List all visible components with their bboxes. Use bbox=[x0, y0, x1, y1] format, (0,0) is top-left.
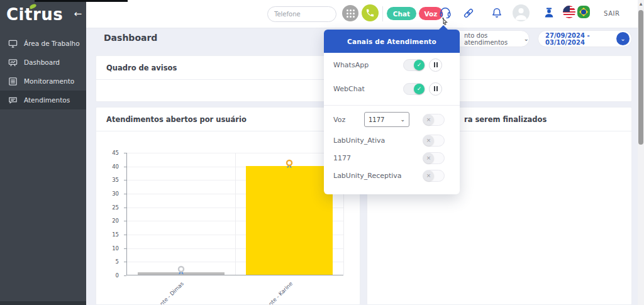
scroll-up-arrow-icon[interactable]: ▲ bbox=[638, 1, 644, 6]
check-icon: ✓ bbox=[414, 84, 425, 94]
voz-toggle[interactable]: × bbox=[423, 114, 445, 126]
channels-popup: Canais de Atendimento WhatsApp ✓ WebChat… bbox=[324, 30, 460, 194]
sidebar-collapse-arrow-icon[interactable]: ← bbox=[74, 8, 82, 19]
channel-label: WebChat bbox=[333, 85, 403, 93]
v-gridline bbox=[235, 153, 236, 275]
y-tick-label: 25 bbox=[112, 204, 119, 211]
chevron-down-icon: ⌄ bbox=[620, 35, 625, 42]
chart-y-axis: 051015202530354045 bbox=[96, 153, 126, 275]
popup-divider bbox=[324, 105, 460, 106]
x-icon: × bbox=[423, 135, 434, 146]
app-root: Citrus ← Área de Trabalho Dashboard bbox=[0, 0, 644, 305]
chevron-down-icon: ⌄ bbox=[400, 116, 405, 123]
brazil-flag-icon[interactable] bbox=[577, 6, 590, 18]
labunity-ativa-toggle[interactable]: × bbox=[423, 135, 445, 147]
queue-label: LabUnity_Receptiva bbox=[333, 172, 423, 180]
logout-button[interactable]: SAIR bbox=[604, 10, 620, 17]
open-tickets-chart-panel: Atendimentos abertos por usuário 0510152… bbox=[96, 107, 360, 305]
chart-bar bbox=[246, 166, 333, 275]
call-button[interactable] bbox=[362, 4, 379, 21]
voz-extension-select[interactable]: 1177 ⌄ bbox=[364, 112, 409, 127]
x-icon: × bbox=[423, 114, 434, 125]
y-tick-label: 5 bbox=[116, 258, 119, 265]
phone-icon bbox=[365, 8, 375, 18]
us-flag-icon[interactable] bbox=[563, 6, 575, 18]
voz-row: Voz 1177 ⌄ × bbox=[324, 108, 460, 131]
y-tick-label: 15 bbox=[112, 231, 119, 238]
sidebar-item-dashboard[interactable]: Dashboard bbox=[0, 53, 86, 72]
queue-row-labunity-receptiva: LabUnity_Receptiva × bbox=[324, 167, 460, 184]
phone-input[interactable] bbox=[267, 6, 336, 22]
whatsapp-toggle[interactable]: ✓ bbox=[403, 59, 425, 71]
dialpad-icon bbox=[347, 9, 355, 18]
sidebar: Citrus ← Área de Trabalho Dashboard bbox=[0, 0, 86, 305]
medal-icon bbox=[176, 265, 186, 277]
filter-dropdown-label: nto dos atendimentos bbox=[464, 32, 521, 46]
labunity-receptiva-toggle[interactable]: × bbox=[423, 170, 445, 182]
channel-row-whatsapp: WhatsApp ✓ bbox=[324, 53, 460, 77]
chat-bubble-icon bbox=[8, 96, 18, 105]
logo-row: Citrus ← bbox=[0, 0, 86, 30]
presentation-chart-icon bbox=[8, 58, 18, 67]
sidebar-item-label: Atendimentos bbox=[24, 96, 70, 104]
chart-x-axis-labels: Atendente - DimasAtendente - Karine bbox=[96, 275, 360, 305]
y-tick-label: 10 bbox=[112, 245, 119, 252]
date-range-picker[interactable]: 27/09/2024 - 03/10/2024 ⌄ bbox=[538, 30, 632, 47]
bell-icon[interactable] bbox=[490, 6, 504, 20]
queue-row-1177: 1177 × bbox=[324, 149, 460, 167]
header-divider bbox=[382, 6, 383, 21]
channel-label: WhatsApp bbox=[333, 61, 403, 69]
sidebar-item-label: Dashboard bbox=[24, 58, 60, 66]
channel-row-webchat: WebChat ✓ bbox=[324, 77, 460, 101]
y-tick-label: 20 bbox=[112, 218, 119, 224]
x-icon: × bbox=[423, 170, 434, 181]
x-axis-label: Atendente - Karine bbox=[231, 280, 294, 305]
sidebar-bottom-strip bbox=[0, 301, 86, 305]
citrus-logo: Citrus bbox=[6, 5, 63, 24]
sidebar-nav: Área de Trabalho Dashboard Monitoramento… bbox=[0, 34, 86, 109]
avatar[interactable] bbox=[513, 4, 530, 21]
queue-1177-toggle[interactable]: × bbox=[423, 152, 445, 164]
monitor-icon bbox=[8, 39, 18, 48]
x-axis-label: Atendente - Dimas bbox=[123, 280, 185, 305]
list-icon bbox=[8, 77, 18, 86]
x-icon: × bbox=[423, 153, 434, 164]
y-tick-label: 45 bbox=[112, 150, 119, 156]
date-range-text: 27/09/2024 - 03/10/2024 bbox=[545, 32, 616, 46]
queue-label: LabUnity_Ativa bbox=[333, 136, 423, 145]
webchat-toggle[interactable]: ✓ bbox=[403, 83, 425, 95]
popup-arrow bbox=[438, 25, 448, 30]
top-dark-strip bbox=[35, 0, 128, 2]
agent-icon[interactable] bbox=[543, 6, 555, 19]
top-header: Chat Voz SAIR bbox=[86, 0, 638, 28]
page-scrollbar[interactable]: ▲ bbox=[638, 0, 644, 305]
y-tick-label: 35 bbox=[112, 177, 119, 183]
queue-row-labunity-ativa: LabUnity_Ativa × bbox=[324, 131, 460, 149]
popup-bottom-padding bbox=[324, 184, 460, 194]
medal-icon bbox=[284, 159, 294, 170]
headset-channels-icon[interactable] bbox=[438, 6, 452, 19]
link-icon[interactable] bbox=[462, 7, 475, 19]
plot-area bbox=[126, 153, 343, 275]
sidebar-item-area-de-trabalho[interactable]: Área de Trabalho bbox=[0, 34, 86, 53]
chevron-down-icon: ⌄ bbox=[524, 35, 529, 42]
check-icon: ✓ bbox=[414, 60, 425, 70]
date-chevron-button[interactable]: ⌄ bbox=[616, 32, 630, 45]
chart-panel-title: Atendimentos abertos por usuário bbox=[96, 108, 360, 131]
sidebar-item-label: Área de Trabalho bbox=[24, 40, 80, 47]
voz-select-value: 1177 bbox=[369, 116, 400, 123]
scrollbar-thumb[interactable] bbox=[638, 10, 643, 145]
whatsapp-pause-button[interactable] bbox=[429, 58, 442, 72]
voz-label: Voz bbox=[333, 116, 364, 124]
popup-title: Canais de Atendimento bbox=[324, 30, 460, 53]
sidebar-item-monitoramento[interactable]: Monitoramento bbox=[0, 72, 86, 91]
y-tick-label: 30 bbox=[112, 191, 119, 197]
queue-label: 1177 bbox=[333, 154, 423, 162]
sidebar-item-atendimentos[interactable]: Atendimentos bbox=[0, 91, 86, 109]
page-title: Dashboard bbox=[104, 33, 157, 43]
dialpad-button[interactable] bbox=[342, 5, 358, 21]
chat-button[interactable]: Chat bbox=[387, 7, 416, 20]
y-tick-label: 40 bbox=[112, 164, 119, 170]
webchat-pause-button[interactable] bbox=[429, 82, 442, 96]
sidebar-item-label: Monitoramento bbox=[24, 77, 74, 85]
